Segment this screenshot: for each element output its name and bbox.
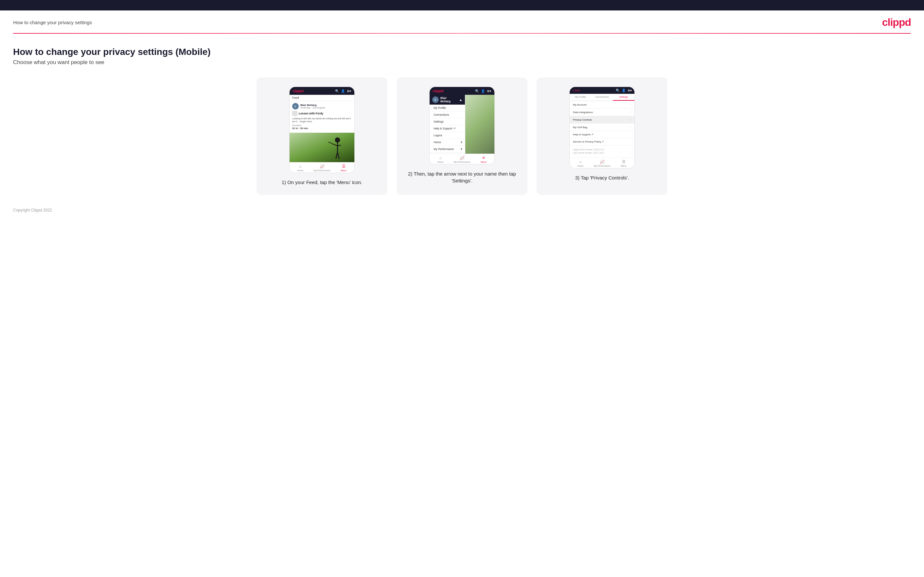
mygolfbag-label: My Golf Bag xyxy=(573,126,587,129)
performance-icon-2: 📈 xyxy=(460,156,465,160)
step-3-card: < Back 🔍 👤 ⊕▾ My Profile Connections Set… xyxy=(536,77,667,195)
profile-icon-3: 👤 xyxy=(622,89,625,92)
menu-username: Blair McHarg xyxy=(440,97,457,103)
settings-helpsupport[interactable]: Help & Support ↗ xyxy=(570,131,635,138)
home-icon: ⌂ xyxy=(299,164,301,169)
phone-1-bottom-bar: ⌂ Home 📈 My Performance ☰ Menu xyxy=(289,162,354,172)
post-avatar: B xyxy=(292,103,299,110)
phone-2-bottom-bar: ⌂ Home 📈 My Performance ✕ Menu xyxy=(430,154,494,164)
phone-1-menu-tab[interactable]: ☰ Menu xyxy=(333,164,354,172)
version-client: Clippd Client Version: 2022.8.3-3 xyxy=(573,148,604,151)
phone-3-menu-tab[interactable]: ☰ Menu xyxy=(613,160,635,167)
phone-2-menu-col: B Blair McHarg ▲ My Profile Connections … xyxy=(430,95,465,154)
phone-1-image xyxy=(289,133,354,162)
dataintegrations-chevron: › xyxy=(630,111,631,114)
menu-item-myprofile[interactable]: My Profile xyxy=(430,105,465,111)
breadcrumb: How to change your privacy settings xyxy=(13,19,92,25)
post-title: Lesson with Fordy xyxy=(299,112,323,115)
copyright: Copyright Clippd 2022 xyxy=(13,208,52,213)
phone-1-performance-tab[interactable]: 📈 My Performance xyxy=(311,164,333,172)
home-label: Home xyxy=(297,169,304,172)
phone-3-back-bar: < Back 🔍 👤 ⊕▾ xyxy=(570,87,635,94)
back-button[interactable]: < Back xyxy=(572,89,580,92)
search-icon: 🔍 xyxy=(335,89,339,93)
phone-1-post: B Blair McHarg Yesterday · Sunningdale L… xyxy=(289,101,354,133)
mygolfbag-chevron: › xyxy=(630,126,631,129)
top-bar xyxy=(0,0,924,10)
performance-icon-3: 📈 xyxy=(600,160,605,164)
home-chevron: ▾ xyxy=(461,140,462,144)
menu-label-3: Menu xyxy=(621,165,627,167)
step-2-caption: 2) Then, tap the arrow next to your name… xyxy=(404,170,520,184)
settings-serviceprivacy[interactable]: Service & Privacy Policy ↗ xyxy=(570,138,635,145)
phone-2-home-tab[interactable]: ⌂ Home xyxy=(430,156,451,163)
menu-item-helpsupport[interactable]: Help & Support ↗ xyxy=(430,125,465,132)
phone-1-feed-label: Feed xyxy=(289,95,354,101)
privacycontrols-chevron: › xyxy=(630,118,631,121)
menu-item-settings[interactable]: Settings xyxy=(430,118,465,125)
home-icon-3: ⌂ xyxy=(579,160,582,164)
tab-settings[interactable]: Settings xyxy=(613,94,635,101)
settings-mygolfbag[interactable]: My Golf Bag › xyxy=(570,124,635,131)
phone-3-bottom-bar: ⌂ Home 📈 My Performance ☰ Menu xyxy=(570,158,635,168)
menu-nav-home[interactable]: Home ▾ xyxy=(430,139,465,146)
privacycontrols-label: Privacy Controls xyxy=(573,118,592,121)
phone-2-navbar: clippd 🔍 👤 ⊕▾ xyxy=(430,87,494,95)
phone-2-logo: clippd xyxy=(433,89,443,93)
settings-dataintegrations[interactable]: Data Integrations › xyxy=(570,108,635,116)
menu-home-label: Home xyxy=(433,140,441,144)
search-icon-2: 🔍 xyxy=(475,89,479,93)
phone-1-logo: clippd xyxy=(293,89,303,93)
phone-mockup-1: clippd 🔍 👤 ⊕▾ Feed B Blair McHarg Yester… xyxy=(289,87,355,173)
settings-privacycontrols[interactable]: Privacy Controls › xyxy=(570,116,635,124)
performance-label-2: My Performance xyxy=(454,161,470,163)
phone-3-performance-tab[interactable]: 📈 My Performance xyxy=(591,160,613,167)
settings-icon: ⊕▾ xyxy=(347,89,351,93)
step-2-card: clippd 🔍 👤 ⊕▾ B Blair McHarg ▲ xyxy=(397,77,527,195)
post-duration: Duration01 hr : 30 min xyxy=(292,124,352,130)
helpsupport-label: Help & Support ↗ xyxy=(573,133,593,136)
phone-1-home-tab[interactable]: ⌂ Home xyxy=(289,164,311,172)
menu-item-connections[interactable]: Connections xyxy=(430,111,465,118)
performance-label: My Performance xyxy=(313,169,330,172)
phone-2-split: B Blair McHarg ▲ My Profile Connections … xyxy=(430,95,494,154)
dataintegrations-label: Data Integrations xyxy=(573,111,593,114)
phone-mockup-3: < Back 🔍 👤 ⊕▾ My Profile Connections Set… xyxy=(569,87,635,168)
phone-3-home-tab[interactable]: ⌂ Home xyxy=(570,160,591,167)
menu-avatar: B xyxy=(432,97,439,103)
menu-nav-performance[interactable]: My Performance ▾ xyxy=(430,146,465,153)
menu-item-logout[interactable]: Logout xyxy=(430,132,465,139)
post-sub: Yesterday · Sunningdale xyxy=(300,106,325,109)
phone-2-menu-tab[interactable]: ✕ Menu xyxy=(473,156,494,163)
phone-1-navbar: clippd 🔍 👤 ⊕▾ xyxy=(289,87,354,95)
home-label-2: Home xyxy=(438,161,444,163)
menu-icon: ☰ xyxy=(342,164,346,169)
main-content: How to change your privacy settings (Mob… xyxy=(0,34,924,201)
footer: Copyright Clippd 2022 xyxy=(0,201,924,222)
post-type-icon xyxy=(292,111,297,116)
page-heading: How to change your privacy settings (Mob… xyxy=(13,47,911,57)
phone-1-icons: 🔍 👤 ⊕▾ xyxy=(335,89,351,93)
step-1-card: clippd 🔍 👤 ⊕▾ Feed B Blair McHarg Yester… xyxy=(257,77,388,195)
menu-arrow[interactable]: ▲ xyxy=(459,98,462,102)
tab-myprofile[interactable]: My Profile xyxy=(570,94,591,101)
post-title-row: Lesson with Fordy xyxy=(292,111,352,116)
page-subheading: Choose what you want people to see xyxy=(13,59,911,66)
phone-3-icons: 🔍 👤 ⊕▾ xyxy=(616,89,632,92)
tab-connections[interactable]: Connections xyxy=(591,94,613,101)
logo: clippd xyxy=(882,16,911,29)
step-1-caption: 1) On your Feed, tap the 'Menu' icon. xyxy=(282,179,362,186)
search-icon-3: 🔍 xyxy=(616,89,620,92)
myaccount-label: My Account xyxy=(573,103,586,106)
phone-mockup-2: clippd 🔍 👤 ⊕▾ B Blair McHarg ▲ xyxy=(429,87,495,164)
phone-2-performance-tab[interactable]: 📈 My Performance xyxy=(451,156,473,163)
phone-2-bg xyxy=(465,95,494,154)
svg-rect-0 xyxy=(289,133,354,162)
profile-icon-2: 👤 xyxy=(481,89,485,93)
home-icon-2: ⌂ xyxy=(439,156,441,160)
menu-label: Menu xyxy=(341,169,347,172)
settings-myaccount[interactable]: My Account › xyxy=(570,101,635,108)
myaccount-chevron: › xyxy=(630,103,631,106)
phone-2-icons: 🔍 👤 ⊕▾ xyxy=(475,89,491,93)
post-desc: Looking to feel like my hands are exitin… xyxy=(292,117,352,123)
